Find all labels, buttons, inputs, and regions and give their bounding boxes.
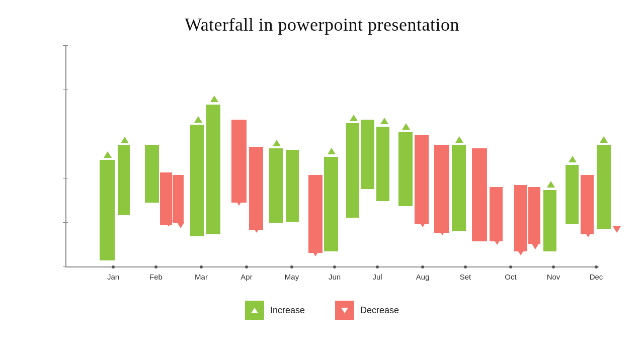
x-dot-jun xyxy=(333,265,336,268)
x-label-may: May xyxy=(285,273,299,281)
legend-decrease-label: Decrease xyxy=(360,305,399,316)
legend-decrease-box xyxy=(335,301,354,320)
x-label-feb: Feb xyxy=(149,273,163,281)
tri-up-may1 xyxy=(273,140,281,146)
bar-set-2 xyxy=(452,145,466,231)
bar-jul-3 xyxy=(376,127,389,201)
tri-down-dec1 xyxy=(584,231,592,237)
x-label-jun: Jun xyxy=(329,273,341,281)
x-dot-jan xyxy=(112,265,115,268)
legend-increase-box xyxy=(245,301,264,320)
x-label-set: Set xyxy=(460,273,471,281)
y-tick xyxy=(63,134,68,134)
legend-decrease: Decrease xyxy=(335,301,399,320)
bar-feb-1 xyxy=(145,145,159,203)
page: Waterfall in powerpoint presentation Jan… xyxy=(0,0,644,362)
bar-jan-1 xyxy=(100,160,115,260)
legend-increase-icon xyxy=(251,308,258,313)
tri-down-oct1 xyxy=(493,238,501,245)
tri-down-nov2 xyxy=(531,243,539,249)
tri-up-jan1 xyxy=(104,151,112,158)
bar-jun-2 xyxy=(324,157,338,251)
legend-increase: Increase xyxy=(245,301,305,320)
legend-decrease-icon xyxy=(341,308,348,313)
tri-up-jan2 xyxy=(121,137,129,143)
tri-down-nov1 xyxy=(517,249,525,255)
y-tick xyxy=(63,45,68,46)
tri-up-jul2 xyxy=(380,118,388,124)
tri-down-jun1 xyxy=(311,250,319,256)
y-axis xyxy=(65,45,66,266)
bar-oct-1 xyxy=(472,148,487,241)
bar-aug-2 xyxy=(415,135,429,224)
x-dot-nov xyxy=(552,265,555,268)
tri-down-aug1 xyxy=(419,221,427,227)
tri-down-apr1 xyxy=(235,199,243,206)
x-dot-aug xyxy=(421,265,424,268)
tri-up-dec1 xyxy=(569,156,577,162)
tri-up-jul1 xyxy=(350,115,358,121)
tri-down-feb1 xyxy=(165,220,173,227)
bar-apr-1 xyxy=(231,120,247,203)
x-label-oct: Oct xyxy=(505,273,516,281)
x-dot-apr xyxy=(245,265,248,268)
tri-down-feb2 xyxy=(177,222,185,228)
bar-jul-2 xyxy=(361,120,374,189)
y-tick xyxy=(63,222,68,223)
x-dot-may xyxy=(290,265,293,268)
x-dot-jul xyxy=(376,265,379,268)
x-dot-dec xyxy=(595,265,598,268)
x-label-apr: Apr xyxy=(240,273,252,281)
tri-up-set1 xyxy=(455,136,463,143)
x-dot-feb xyxy=(154,265,157,268)
x-label-nov: Nov xyxy=(547,273,560,281)
bar-nov-2 xyxy=(528,187,540,244)
bar-nov-1 xyxy=(514,185,527,251)
x-label-dec: Dec xyxy=(590,273,603,281)
legend: Increase Decrease xyxy=(245,301,399,320)
tri-up-nov1 xyxy=(547,181,555,188)
bar-dec-3 xyxy=(597,145,611,229)
tri-down-set1 xyxy=(438,229,446,235)
bar-dec-2 xyxy=(581,175,594,234)
tri-down-dec2 xyxy=(613,226,621,233)
bar-feb-3 xyxy=(173,175,184,223)
x-dot-mar xyxy=(200,265,203,268)
bar-jun-1 xyxy=(308,175,323,253)
bar-feb-2 xyxy=(160,172,172,225)
bar-apr-2 xyxy=(249,147,263,230)
bar-oct-2 xyxy=(490,187,503,241)
x-axis xyxy=(65,266,599,267)
x-label-mar: Mar xyxy=(195,273,208,281)
bar-aug-1 xyxy=(398,132,413,206)
tri-up-aug1 xyxy=(402,123,410,130)
legend-increase-label: Increase xyxy=(270,305,305,316)
y-tick xyxy=(63,89,68,90)
x-dot-set xyxy=(464,265,467,268)
x-dot-oct xyxy=(509,265,512,268)
tri-up-mar1 xyxy=(194,116,202,123)
bar-jan-2 xyxy=(118,145,130,215)
chart-area: Jan Feb Mar Apr May Jun Jul Aug Set Oct … xyxy=(35,45,609,292)
chart-title: Waterfall in powerpoint presentation xyxy=(185,14,459,35)
bar-may-1 xyxy=(269,148,283,223)
y-tick xyxy=(63,178,68,178)
tri-up-dec2 xyxy=(600,136,608,143)
bar-mar-2 xyxy=(206,105,220,234)
tri-up-mar2 xyxy=(210,96,218,102)
bar-set-1 xyxy=(434,145,449,233)
bar-nov-3 xyxy=(543,190,556,251)
bar-mar-1 xyxy=(190,125,204,236)
bar-may-2 xyxy=(286,150,299,222)
x-label-jul: Jul xyxy=(372,273,382,281)
x-label-jan: Jan xyxy=(107,273,119,281)
x-label-aug: Aug xyxy=(416,273,430,281)
bar-jul-1 xyxy=(346,123,359,218)
bar-dec-1 xyxy=(566,165,579,224)
tri-down-apr2 xyxy=(253,226,261,233)
tri-up-jun1 xyxy=(328,148,336,154)
